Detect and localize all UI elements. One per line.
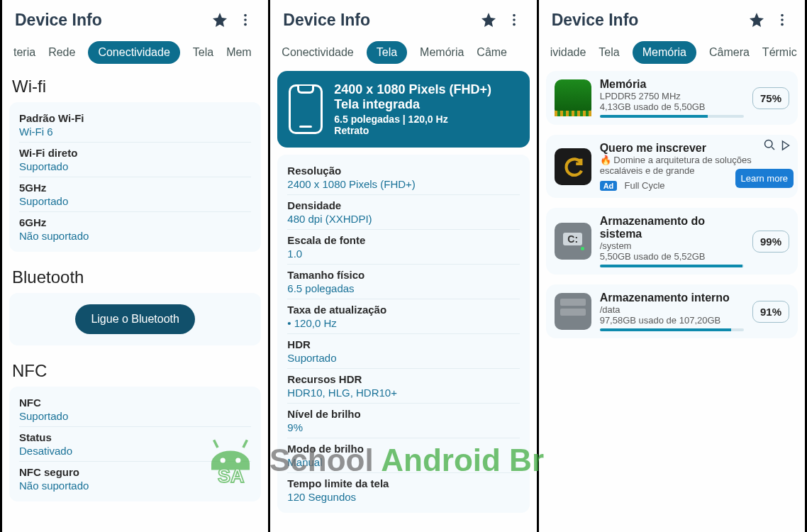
tab-memoria[interactable]: Memória: [633, 41, 696, 64]
ram-icon: [555, 79, 591, 116]
internal-percent-badge: 91%: [752, 301, 789, 323]
tab-memoria[interactable]: Mem: [226, 46, 252, 59]
svg-point-6: [781, 14, 784, 17]
tabs: teria Rede Conectividade Tela Mem: [2, 37, 268, 71]
server-icon: [555, 293, 591, 330]
overflow-menu-icon[interactable]: [504, 10, 524, 30]
nfc-row-status: Status Desativado: [19, 426, 251, 461]
panel-connectivity: Device Info teria Rede Conectividade Tel…: [0, 0, 270, 532]
tab-tela[interactable]: Tela: [193, 46, 213, 59]
ad-card[interactable]: Quero me inscrever 🔥 Domine a arquitetur…: [546, 135, 798, 198]
tab-memoria[interactable]: Memória: [420, 46, 464, 59]
content: 2400 x 1080 Pixels (FHD+) Tela integrada…: [270, 71, 536, 532]
hero-display-name: Tela integrada: [334, 97, 491, 112]
internal-progress: [600, 328, 744, 331]
tab-termico[interactable]: Térmic: [762, 46, 797, 59]
drive-icon: C:: [555, 223, 591, 260]
wifi-row-direct: Wi-Fi direto Suportado: [19, 142, 251, 177]
panel-memory: Device Info ividade Tela Memória Câmera …: [537, 0, 807, 532]
memory-percent-badge: 75%: [752, 87, 789, 109]
svg-point-8: [781, 23, 784, 26]
star-icon[interactable]: [210, 10, 230, 30]
tab-conectividade[interactable]: Conectividade: [88, 41, 179, 64]
svg-point-3: [513, 14, 516, 17]
ad-badge: Ad: [600, 181, 618, 191]
overflow-menu-icon[interactable]: [235, 10, 255, 30]
bluetooth-card: Ligue o Bluetooth: [9, 293, 261, 345]
screen-hero-card: 2400 x 1080 Pixels (FHD+) Tela integrada…: [277, 71, 529, 148]
nfc-row-secure: NFC seguro Não suportado: [19, 461, 251, 496]
appbar-title: Device Info: [283, 11, 472, 30]
svg-point-0: [244, 14, 247, 17]
tabs: Conectividade Tela Memória Câme: [270, 37, 536, 71]
appbar-title: Device Info: [15, 11, 204, 30]
tab-tela[interactable]: Tela: [367, 41, 407, 64]
system-storage-card[interactable]: C: Armazenamento do sistema /system 5,50…: [546, 208, 798, 275]
tab-rede[interactable]: Rede: [48, 46, 75, 59]
ad-brand-name: Full Cycle: [625, 180, 665, 191]
ad-close-icon[interactable]: [779, 139, 792, 154]
nfc-card: NFC Suportado Status Desativado NFC segu…: [9, 387, 261, 501]
system-progress: [600, 265, 744, 267]
star-icon[interactable]: [479, 10, 499, 30]
overflow-menu-icon[interactable]: [772, 10, 792, 30]
wifi-card: Padrão Wi-Fi Wi-Fi 6 Wi-Fi direto Suport…: [9, 102, 261, 252]
wifi-row-6ghz: 6GHz Não suportado: [19, 211, 251, 246]
content: Memória LPDDR5 2750 MHz 4,13GB usado de …: [539, 71, 805, 532]
bluetooth-heading: Bluetooth: [9, 262, 261, 293]
hero-size-hz: 6.5 polegadas | 120,0 Hz: [334, 113, 491, 125]
turn-on-bluetooth-button[interactable]: Ligue o Bluetooth: [75, 304, 195, 334]
wifi-heading: Wi-fi: [9, 71, 261, 102]
content: Wi-fi Padrão Wi-Fi Wi-Fi 6 Wi-Fi direto …: [2, 71, 268, 532]
svg-point-7: [781, 18, 784, 21]
tab-camera[interactable]: Câmera: [709, 46, 750, 59]
wifi-row-standard: Padrão Wi-Fi Wi-Fi 6: [19, 108, 251, 142]
internal-storage-card[interactable]: Armazenamento interno /data 97,58GB usad…: [546, 284, 798, 338]
ad-learn-more-button[interactable]: Learn more: [735, 169, 794, 188]
memory-progress: [600, 115, 744, 118]
ad-info-icon[interactable]: [764, 139, 777, 154]
appbar: Device Info: [270, 0, 536, 37]
tab-camera[interactable]: Câme: [477, 46, 507, 59]
hero-orientation: Retrato: [334, 125, 491, 136]
appbar: Device Info: [2, 0, 268, 37]
tab-conectividade[interactable]: Conectividade: [282, 46, 353, 59]
star-icon[interactable]: [747, 10, 767, 30]
phone-icon: [289, 84, 323, 134]
svg-point-4: [513, 18, 516, 21]
memory-card[interactable]: Memória LPDDR5 2750 MHz 4,13GB usado de …: [546, 71, 798, 125]
svg-point-5: [513, 23, 516, 26]
tabs: ividade Tela Memória Câmera Térmic: [539, 37, 805, 71]
panel-screen: Device Info Conectividade Tela Memória C…: [268, 0, 538, 532]
hero-resolution: 2400 x 1080 Pixels (FHD+): [334, 82, 491, 97]
appbar: Device Info: [539, 0, 805, 37]
svg-point-9: [764, 140, 772, 148]
system-percent-badge: 99%: [752, 231, 789, 253]
tab-bateria[interactable]: teria: [13, 46, 35, 59]
screen-details-card: Resolução2400 x 1080 Pixels (FHD+) Densi…: [277, 155, 529, 513]
svg-point-2: [244, 23, 247, 26]
tab-conectividade[interactable]: ividade: [550, 46, 586, 59]
nfc-row-nfc: NFC Suportado: [19, 392, 251, 426]
ad-brand-icon: [555, 148, 591, 185]
wifi-row-5ghz: 5GHz Suportado: [19, 177, 251, 211]
nfc-heading: NFC: [9, 355, 261, 387]
svg-point-1: [244, 18, 247, 21]
appbar-title: Device Info: [552, 11, 741, 30]
tab-tela[interactable]: Tela: [599, 46, 619, 59]
